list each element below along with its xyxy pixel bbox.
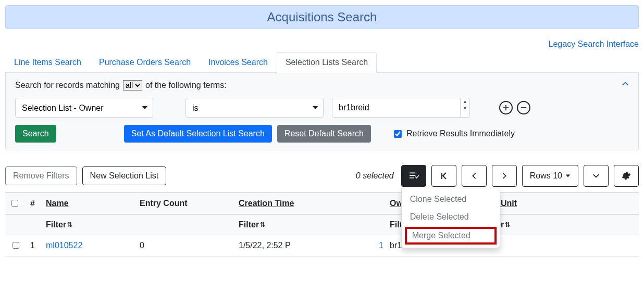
col-creation-time[interactable]: Creation Time bbox=[234, 193, 386, 214]
caret-up-icon[interactable]: ▲ bbox=[461, 98, 469, 105]
value-combo[interactable]: ▲ ▼ bbox=[332, 98, 470, 118]
filter-name[interactable]: Filter⇅ bbox=[46, 220, 131, 229]
tab-purchase-orders[interactable]: Purchase Orders Search bbox=[90, 52, 200, 73]
grid-toolbar: Remove Filters New Selection List 0 sele… bbox=[5, 165, 639, 187]
criteria-row: Selection List - Owner is ▲ ▼ bbox=[15, 98, 629, 118]
page-title: Acquisitions Search bbox=[6, 10, 638, 24]
tab-line-items[interactable]: Line Items Search bbox=[5, 52, 90, 73]
rows-label: Rows 10 bbox=[530, 171, 562, 181]
row-checkbox[interactable] bbox=[13, 242, 19, 249]
match-suffix: of the following terms: bbox=[145, 81, 227, 90]
merge-selected-item[interactable]: Merge Selected bbox=[405, 227, 497, 245]
filter-icon: ⇅ bbox=[505, 221, 510, 228]
match-prefix: Search for records matching bbox=[15, 81, 120, 90]
add-remove-group bbox=[499, 101, 530, 114]
header-row: # Name Entry Count Creation Time Owner O… bbox=[5, 193, 639, 214]
cell-entry-count: 0 bbox=[135, 235, 234, 256]
set-default-button[interactable]: Set As Default Selection List Search bbox=[124, 125, 272, 143]
filter-icon: ⇅ bbox=[67, 221, 72, 228]
add-criterion-button[interactable] bbox=[499, 101, 513, 114]
results-table: # Name Entry Count Creation Time Owner O… bbox=[5, 192, 639, 256]
operator-select[interactable]: is bbox=[185, 98, 324, 118]
remove-filters-button[interactable]: Remove Filters bbox=[5, 166, 77, 185]
search-buttons-row: Search Set As Default Selection List Sea… bbox=[15, 125, 629, 143]
actions-menu-button[interactable] bbox=[401, 165, 426, 187]
filter-org-unit[interactable]: Filter⇅ bbox=[484, 220, 635, 229]
tab-invoices[interactable]: Invoices Search bbox=[200, 52, 277, 73]
col-org-unit[interactable]: Org Unit bbox=[479, 193, 639, 214]
settings-button[interactable] bbox=[614, 165, 639, 187]
cell-creation-time: 1/5/22, 2:52 P bbox=[239, 241, 291, 250]
filter-creation-time[interactable]: Filter⇅ bbox=[239, 220, 381, 229]
value-input[interactable] bbox=[332, 103, 460, 112]
reset-default-button[interactable]: Reset Default Search bbox=[277, 125, 371, 143]
collapse-panel-icon[interactable] bbox=[622, 80, 629, 87]
col-num[interactable]: # bbox=[26, 193, 42, 214]
match-mode-select[interactable]: all bbox=[123, 80, 142, 91]
filter-icon: ⇅ bbox=[260, 221, 265, 228]
actions-dropdown: Clone Selected Delete Selected Merge Sel… bbox=[401, 188, 500, 248]
first-page-button[interactable] bbox=[431, 165, 456, 187]
cell-owner-overflow: 1 bbox=[379, 241, 383, 250]
retrieve-immediate-checkbox[interactable] bbox=[394, 130, 402, 138]
cell-org-unit: BR1 bbox=[479, 235, 639, 256]
legacy-search-link[interactable]: Legacy Search Interface bbox=[549, 40, 639, 48]
col-entry-count[interactable]: Entry Count bbox=[135, 193, 234, 214]
next-page-button[interactable] bbox=[492, 165, 517, 187]
cell-name-link[interactable]: ml010522 bbox=[46, 241, 82, 250]
selected-count: 0 selected bbox=[356, 171, 394, 181]
filter-row: Filter⇅ Filter⇅ Filter⇅ Filter⇅ bbox=[5, 214, 639, 235]
match-row: Search for records matching all of the f… bbox=[15, 80, 629, 91]
tab-selection-lists[interactable]: Selection Lists Search bbox=[277, 52, 377, 73]
field-select[interactable]: Selection List - Owner bbox=[15, 98, 153, 118]
caret-down-icon[interactable]: ▼ bbox=[461, 105, 469, 112]
page-title-bar: Acquisitions Search bbox=[5, 5, 639, 29]
search-button[interactable]: Search bbox=[15, 125, 56, 143]
prev-page-button[interactable] bbox=[462, 165, 487, 187]
retrieve-immediate-label[interactable]: Retrieve Results Immediately bbox=[392, 129, 515, 139]
rows-per-page-button[interactable]: Rows 10 bbox=[522, 165, 578, 187]
cell-num: 1 bbox=[26, 235, 42, 256]
select-all-header bbox=[5, 193, 26, 214]
table-row: 1 ml010522 0 1/5/22, 2:52 P 1 br1breid B… bbox=[5, 235, 639, 256]
new-selection-list-button[interactable]: New Selection List bbox=[82, 166, 167, 185]
delete-selected-item[interactable]: Delete Selected bbox=[402, 208, 500, 226]
select-all-checkbox[interactable] bbox=[11, 200, 18, 207]
remove-criterion-button[interactable] bbox=[517, 101, 530, 114]
value-spinner[interactable]: ▲ ▼ bbox=[460, 98, 469, 117]
search-tabs: Line Items Search Purchase Orders Search… bbox=[5, 52, 639, 73]
col-name[interactable]: Name bbox=[42, 193, 135, 214]
expand-button[interactable] bbox=[584, 165, 609, 187]
retrieve-immediate-text: Retrieve Results Immediately bbox=[406, 129, 515, 138]
legacy-link-row: Legacy Search Interface bbox=[5, 40, 639, 49]
clone-selected-item[interactable]: Clone Selected bbox=[402, 190, 500, 208]
search-panel: Search for records matching all of the f… bbox=[5, 73, 639, 150]
